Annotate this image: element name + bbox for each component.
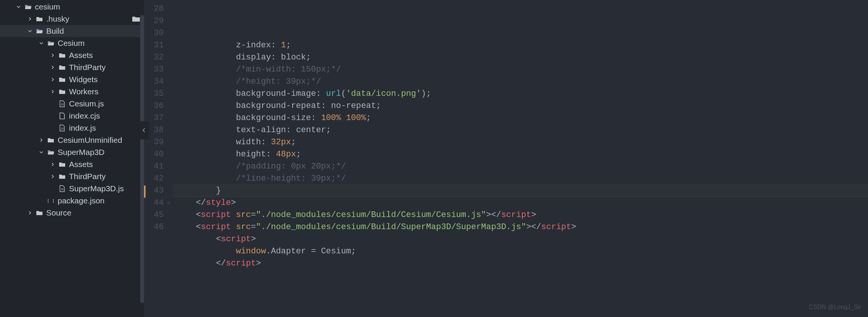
fold-marker[interactable]: ⊟ [168, 197, 173, 209]
code-token [176, 41, 236, 50]
code-line[interactable]: /*line-height: 39px;*/ [176, 173, 868, 185]
code-line[interactable]: z-index: 1; [176, 39, 868, 52]
sidebar-scrollbar[interactable] [140, 15, 144, 303]
js-file-icon: JS [58, 100, 66, 108]
tree-item-assets[interactable]: Assets [0, 158, 144, 170]
folder-icon [58, 76, 66, 83]
code-token: url [326, 89, 341, 98]
code-line[interactable]: } [176, 185, 868, 197]
code-line[interactable]: width: 32px; [176, 136, 868, 148]
chevron-down-icon[interactable] [27, 28, 33, 34]
tree-item-label: SuperMap3D [58, 148, 141, 157]
code-token: ; [291, 137, 296, 147]
tree-item-widgets[interactable]: Widgets [0, 73, 144, 86]
tree-item-husky[interactable]: .husky [0, 13, 144, 25]
panel-collapse-handle[interactable] [139, 121, 149, 139]
code-area[interactable]: z-index: 1; display: block; /*min-width:… [173, 0, 868, 317]
code-line[interactable]: display: block; [176, 52, 868, 64]
tree-item-indexcjs[interactable]: index.cjs [0, 110, 144, 122]
line-number[interactable]: 30 [144, 27, 164, 39]
code-line[interactable]: background-repeat: no-repeat; [176, 100, 868, 112]
tree-item-label: cesium [35, 2, 141, 11]
code-token: < [196, 222, 201, 232]
code-line[interactable]: window.Adapter = Cesium; [176, 245, 868, 258]
tree-item-packagejson[interactable]: [ ]package.json [0, 195, 144, 207]
code-token [176, 210, 196, 220]
file-icon [58, 112, 66, 120]
code-line[interactable]: /*min-width: 150px;*/ [176, 64, 868, 76]
code-token [176, 137, 236, 147]
code-token: width [236, 137, 261, 147]
line-number[interactable]: 40 [144, 148, 164, 161]
chevron-right-icon[interactable] [27, 210, 33, 215]
tree-item-cesiumunminified[interactable]: CesiumUnminified [0, 134, 144, 146]
code-line[interactable]: </script> [176, 258, 868, 270]
line-number[interactable]: 41 [144, 161, 164, 173]
chevron-down-icon[interactable] [39, 150, 44, 155]
line-number[interactable]: 44 [144, 197, 164, 209]
chevron-right-icon[interactable] [50, 77, 55, 82]
file-explorer-sidebar[interactable]: cesium.huskyBuildCesiumAssetsThirdPartyW… [0, 0, 144, 317]
code-token: > [531, 210, 536, 220]
chevron-right-icon[interactable] [50, 162, 55, 167]
code-token [176, 89, 236, 98]
code-line[interactable]: <script src="./node_modules/cesium/Build… [176, 221, 868, 233]
tree-item-supermap3d[interactable]: SuperMap3D [0, 146, 144, 158]
code-line[interactable]: background-size: 100% 100%; [176, 112, 868, 124]
tree-item-cesium[interactable]: cesium [0, 1, 144, 13]
code-token: : [261, 137, 271, 147]
fold-marker [168, 173, 173, 185]
chevron-right-icon[interactable] [39, 137, 44, 143]
code-editor[interactable]: 28293031323334353637383940414243444546 ⊟… [144, 0, 868, 317]
tree-item-thirdparty[interactable]: ThirdParty [0, 170, 144, 183]
chevron-down-icon[interactable] [16, 4, 21, 9]
code-line[interactable]: text-align: center; [176, 124, 868, 136]
line-number[interactable]: 34 [144, 76, 164, 88]
chevron-down-icon[interactable] [39, 41, 44, 46]
tree-item-indexjs[interactable]: JSindex.js [0, 122, 144, 134]
tree-item-source[interactable]: Source [0, 207, 144, 219]
line-number[interactable]: 36 [144, 100, 164, 112]
code-token: center [296, 125, 326, 135]
line-number[interactable]: 42 [144, 173, 164, 185]
chevron-right-icon[interactable] [50, 53, 55, 58]
code-token: display [236, 53, 271, 62]
line-number[interactable]: 43 [144, 185, 164, 197]
line-number[interactable]: 32 [144, 52, 164, 64]
folder-special-icon [132, 15, 141, 23]
tree-item-label: Workers [69, 87, 141, 96]
fold-marker [168, 76, 173, 88]
code-token [176, 65, 236, 74]
chevron-right-icon[interactable] [27, 16, 33, 22]
code-line[interactable]: /*height: 39px;*/ [176, 76, 868, 88]
tree-item-supermap3djs[interactable]: JSSuperMap3D.js [0, 183, 144, 195]
line-number[interactable]: 35 [144, 88, 164, 100]
code-token: : [271, 53, 281, 62]
line-number[interactable]: 46 [144, 221, 164, 233]
tree-item-workers[interactable]: Workers [0, 86, 144, 98]
code-line[interactable]: <script> [176, 233, 868, 245]
line-number[interactable]: 28 [144, 3, 164, 15]
code-line[interactable]: background-image: url('data/icon.png'); [176, 88, 868, 100]
tree-item-label: Cesium [58, 39, 141, 48]
chevron-right-icon[interactable] [50, 65, 55, 70]
code-line[interactable]: /*padding: 0px 20px;*/ [176, 161, 868, 173]
chevron-right-icon[interactable] [50, 89, 55, 94]
code-line[interactable]: </style> [176, 197, 868, 209]
line-number[interactable]: 33 [144, 64, 164, 76]
tree-item-build[interactable]: Build [0, 25, 144, 37]
tree-item-thirdparty[interactable]: ThirdParty [0, 61, 144, 73]
code-token: script [201, 222, 236, 232]
tree-item-assets[interactable]: Assets [0, 49, 144, 61]
line-number[interactable]: 45 [144, 209, 164, 221]
line-number[interactable]: 29 [144, 15, 164, 27]
code-token: 48px [276, 150, 296, 159]
code-line[interactable]: height: 48px; [176, 148, 868, 161]
fold-marker [168, 185, 173, 197]
chevron-right-icon[interactable] [50, 174, 55, 179]
tree-item-cesium[interactable]: Cesium [0, 37, 144, 49]
tree-item-cesiumjs[interactable]: JSCesium.js [0, 98, 144, 110]
code-token: src [236, 222, 251, 232]
line-number[interactable]: 31 [144, 39, 164, 52]
code-line[interactable]: <script src="./node_modules/cesium/Build… [176, 209, 868, 221]
